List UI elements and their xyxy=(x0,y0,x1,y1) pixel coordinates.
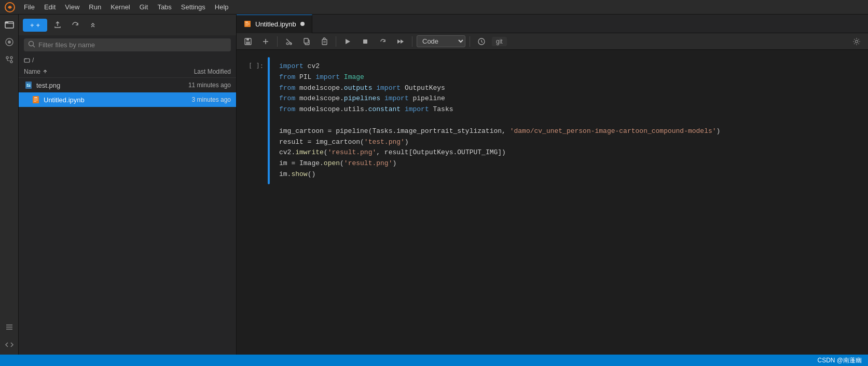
file-name: test.png xyxy=(36,82,160,89)
activity-circle-icon[interactable] xyxy=(2,34,17,50)
git-label: git xyxy=(492,37,507,46)
svg-rect-36 xyxy=(304,38,308,43)
svg-marker-40 xyxy=(346,39,350,44)
cell-left-bar xyxy=(268,57,270,184)
menubar: File Edit View Run Kernel Git Tabs Setti… xyxy=(0,0,868,15)
file-icon-notebook xyxy=(31,95,40,104)
menu-settings[interactable]: Settings xyxy=(177,2,210,12)
tab-untitled[interactable]: Untitled.ipynb xyxy=(237,15,312,33)
col-name-label: Name xyxy=(24,68,40,75)
svg-rect-41 xyxy=(363,39,367,44)
folder-icon xyxy=(24,57,30,63)
svg-rect-23 xyxy=(245,22,248,22)
cell-prompt: [ ]: xyxy=(237,57,268,184)
svg-point-45 xyxy=(856,40,858,43)
svg-point-34 xyxy=(290,43,292,45)
toolbar-separator xyxy=(470,36,470,47)
svg-rect-13 xyxy=(24,59,30,62)
activity-folder-icon[interactable] xyxy=(2,17,17,32)
search-bar[interactable] xyxy=(24,38,231,51)
svg-point-5 xyxy=(10,61,12,63)
toolbar-separator xyxy=(412,36,412,47)
search-input[interactable] xyxy=(38,41,227,49)
code-editor: [ ]: import cv2 from PIL import Image fr… xyxy=(237,50,868,355)
active-dot xyxy=(24,98,28,102)
activity-bar xyxy=(0,15,19,355)
list-item[interactable]: test.png 11 minutes ago xyxy=(19,78,236,92)
settings-button[interactable] xyxy=(849,36,864,47)
svg-rect-24 xyxy=(245,23,250,24)
svg-point-16 xyxy=(27,84,28,85)
svg-point-3 xyxy=(8,40,11,44)
svg-rect-25 xyxy=(245,24,250,25)
svg-line-32 xyxy=(286,39,292,44)
search-icon xyxy=(28,40,35,49)
toolbar-separator xyxy=(277,36,278,47)
add-cell-button[interactable] xyxy=(258,36,273,47)
breadcrumb-path: / xyxy=(32,57,34,64)
breadcrumb: / xyxy=(19,55,236,66)
menu-tabs[interactable]: Tabs xyxy=(153,2,175,12)
svg-rect-37 xyxy=(322,39,327,45)
svg-rect-39 xyxy=(323,42,326,43)
copy-button[interactable] xyxy=(299,36,314,47)
col-name-header[interactable]: Name xyxy=(24,68,163,75)
menu-edit[interactable]: Edit xyxy=(40,2,60,12)
upload-button[interactable] xyxy=(50,18,65,32)
clock-button[interactable] xyxy=(474,36,489,47)
paste-button[interactable] xyxy=(317,36,332,47)
file-modified-time: 3 minutes ago xyxy=(163,96,231,103)
activity-git-icon[interactable] xyxy=(2,52,17,67)
new-button[interactable]: + + xyxy=(23,19,47,32)
plus-icon: + xyxy=(30,21,34,29)
tab-notebook-icon xyxy=(244,20,251,28)
app-logo xyxy=(4,2,16,13)
editor-area: Untitled.ipynb xyxy=(237,15,868,355)
run-button[interactable] xyxy=(340,36,355,47)
col-modified-header: Last Modified xyxy=(163,68,231,75)
more-button[interactable] xyxy=(86,18,100,32)
svg-rect-20 xyxy=(34,100,38,101)
svg-rect-28 xyxy=(246,38,249,40)
sort-icon xyxy=(43,69,48,74)
svg-rect-19 xyxy=(34,99,38,99)
svg-rect-18 xyxy=(34,97,37,98)
tab-name: Untitled.ipynb xyxy=(255,20,296,28)
menu-help[interactable]: Help xyxy=(211,2,233,12)
list-item[interactable]: Untitled.ipynb 3 minutes ago xyxy=(19,92,236,107)
menu-kernel[interactable]: Kernel xyxy=(106,2,134,12)
restart-button[interactable] xyxy=(376,36,390,47)
file-icon-png xyxy=(24,80,33,90)
refresh-button[interactable] xyxy=(68,18,82,32)
menu-run[interactable]: Run xyxy=(85,2,105,12)
cell-code[interactable]: import cv2 from PIL import Image from mo… xyxy=(274,57,868,184)
activity-list-icon[interactable] xyxy=(2,319,17,335)
tab-modified-dot xyxy=(300,22,305,26)
fast-forward-button[interactable] xyxy=(393,36,408,47)
statusbar: CSDN @南蓬幽 xyxy=(0,355,868,366)
svg-rect-29 xyxy=(246,42,250,44)
menu-file[interactable]: File xyxy=(20,2,39,12)
file-list: test.png 11 minutes ago Untitled.ipynb 3 xyxy=(19,78,236,355)
toolbar-separator xyxy=(336,36,336,47)
main-layout: + + xyxy=(0,15,868,355)
activity-code-icon[interactable] xyxy=(2,337,17,353)
file-modified-time: 11 minutes ago xyxy=(163,82,231,89)
file-list-header: Name Last Modified xyxy=(19,66,236,78)
svg-point-33 xyxy=(286,43,288,45)
svg-point-4 xyxy=(6,57,8,59)
save-button[interactable] xyxy=(241,36,255,47)
svg-rect-26 xyxy=(245,25,248,26)
new-btn-label: + xyxy=(36,21,40,29)
cell-type-select[interactable]: Code Markdown Raw xyxy=(417,35,465,47)
stop-button[interactable] xyxy=(358,36,373,47)
cut-button[interactable] xyxy=(282,36,296,47)
svg-point-11 xyxy=(29,42,34,46)
tab-bar: Untitled.ipynb xyxy=(237,15,868,33)
svg-marker-42 xyxy=(397,39,401,44)
notebook-toolbar: Code Markdown Raw git xyxy=(237,33,868,50)
svg-rect-21 xyxy=(34,101,36,102)
menu-view[interactable]: View xyxy=(61,2,84,12)
svg-rect-38 xyxy=(323,41,326,42)
menu-git[interactable]: Git xyxy=(135,2,153,12)
